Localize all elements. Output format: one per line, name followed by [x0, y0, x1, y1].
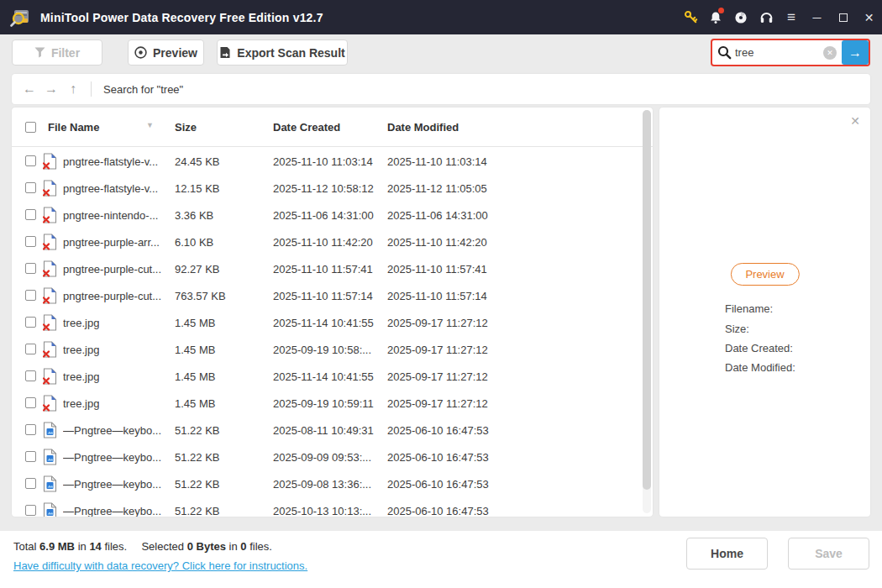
- table-row[interactable]: tree.jpg1.45 MB2025-11-14 10:41:552025-0…: [12, 309, 653, 336]
- preview-size-label: Size:: [725, 323, 749, 335]
- row-checkbox[interactable]: [25, 344, 36, 354]
- file-name: pngtree-flatstyle-v...: [63, 155, 158, 168]
- column-date-created[interactable]: Date Created: [273, 121, 340, 134]
- table-row[interactable]: pngtree-purple-cut...763.57 KB2025-11-10…: [12, 282, 653, 309]
- table-row[interactable]: pngtree-flatstyle-v...24.45 KB2025-11-10…: [12, 148, 653, 175]
- row-checkbox[interactable]: [25, 478, 36, 489]
- file-name: —Pngtree—keybo...: [63, 451, 161, 464]
- file-name: —Pngtree—keybo...: [63, 478, 161, 491]
- table-row[interactable]: —Pngtree—keybo...51.22 KB2025-09-08 13:3…: [12, 470, 653, 497]
- row-checkbox[interactable]: [25, 290, 36, 301]
- license-key-icon[interactable]: [678, 0, 703, 34]
- file-date-modified: 2025-11-06 14:31:00: [387, 209, 488, 222]
- preview-button[interactable]: Preview: [128, 39, 204, 66]
- divider: [91, 81, 92, 97]
- minimize-button[interactable]: ─: [804, 0, 830, 34]
- table-row[interactable]: —Pngtree—keybo...51.22 KB2025-08-11 10:4…: [12, 417, 653, 444]
- sort-desc-icon[interactable]: ▼: [146, 121, 154, 129]
- scrollbar-thumb[interactable]: [643, 110, 651, 490]
- support-headset-icon[interactable]: [753, 0, 779, 34]
- preview-button-label: Preview: [153, 46, 197, 60]
- navigation-bar: ← → ↑ Search for "tree": [12, 74, 870, 104]
- total-size: 6.9 MB: [39, 540, 75, 553]
- status-bar: Total 6.9 MB in 14 files. Selected 0 Byt…: [0, 531, 882, 588]
- table-row[interactable]: pngtree-flatstyle-v...12.15 KB2025-11-12…: [12, 175, 653, 202]
- notification-bell-icon[interactable]: [703, 0, 728, 34]
- file-date-modified: 2025-09-17 11:27:12: [387, 397, 488, 410]
- search-input[interactable]: [732, 46, 823, 59]
- file-date-created: 2025-11-06 14:31:00: [273, 209, 374, 222]
- window-title: MiniTool Power Data Recovery Free Editio…: [40, 11, 323, 24]
- file-name: tree.jpg: [63, 370, 99, 383]
- row-checkbox[interactable]: [25, 370, 36, 381]
- table-row[interactable]: —Pngtree—keybo...51.22 KB2025-09-09 09:5…: [12, 444, 653, 470]
- table-row[interactable]: pngtree-purple-arr...6.10 KB2025-11-10 1…: [12, 228, 653, 255]
- row-checkbox[interactable]: [25, 182, 36, 193]
- row-checkbox[interactable]: [25, 155, 36, 166]
- file-size: 763.57 KB: [175, 290, 226, 302]
- forward-icon[interactable]: →: [40, 81, 62, 97]
- preview-date-modified-label: Date Modified:: [725, 361, 795, 374]
- row-checkbox[interactable]: [25, 397, 36, 408]
- export-button-label: Export Scan Result: [237, 46, 344, 60]
- search-go-button[interactable]: →: [842, 40, 869, 65]
- file-date-created: 2025-11-14 10:41:55: [273, 370, 374, 383]
- row-checkbox[interactable]: [25, 424, 36, 435]
- filter-button[interactable]: Filter: [12, 39, 102, 66]
- row-checkbox[interactable]: [25, 451, 36, 462]
- file-date-created: 2025-08-11 10:49:31: [273, 424, 374, 437]
- deleted-file-icon: [43, 260, 57, 277]
- home-button[interactable]: Home: [686, 538, 768, 570]
- file-size: 1.45 MB: [175, 317, 215, 329]
- export-scan-result-button[interactable]: Export Scan Result: [217, 39, 348, 66]
- table-row[interactable]: tree.jpg1.45 MB2025-09-19 10:58:...2025-…: [12, 336, 653, 363]
- file-date-modified: 2025-06-10 16:47:53: [387, 505, 489, 517]
- table-row[interactable]: pngtree-nintendo-...3.36 KB2025-11-06 14…: [12, 202, 653, 228]
- row-checkbox[interactable]: [25, 236, 36, 247]
- panel-preview-button[interactable]: Preview: [730, 263, 799, 286]
- column-size[interactable]: Size: [175, 121, 197, 134]
- file-size: 51.22 KB: [175, 505, 220, 517]
- file-date-created: 2025-10-13 10:13:...: [273, 505, 371, 517]
- app-logo-icon: [10, 8, 32, 28]
- row-checkbox[interactable]: [25, 317, 36, 328]
- deleted-file-icon: [43, 395, 57, 412]
- eye-icon: [134, 46, 147, 59]
- file-date-modified: 2025-11-12 11:05:05: [387, 182, 487, 195]
- help-link[interactable]: Have difficulty with data recovery? Clic…: [13, 559, 307, 572]
- back-icon[interactable]: ←: [18, 81, 40, 97]
- menu-icon[interactable]: ≡: [779, 0, 804, 34]
- table-row[interactable]: pngtree-purple-cut...92.27 KB2025-11-10 …: [12, 255, 653, 282]
- close-button[interactable]: ✕: [856, 0, 882, 34]
- file-name: tree.jpg: [63, 317, 99, 329]
- column-file-name[interactable]: File Name: [48, 121, 99, 134]
- panel-close-icon[interactable]: ✕: [850, 114, 860, 128]
- row-checkbox[interactable]: [25, 263, 36, 274]
- filter-button-label: Filter: [51, 46, 80, 60]
- select-all-checkbox[interactable]: [25, 122, 36, 133]
- file-date-modified: 2025-09-17 11:27:12: [387, 370, 488, 383]
- file-date-created: 2025-11-10 11:57:41: [273, 263, 373, 276]
- row-checkbox[interactable]: [25, 505, 36, 516]
- file-date-created: 2025-09-09 09:53:...: [273, 451, 371, 464]
- table-body: pngtree-flatstyle-v...24.45 KB2025-11-10…: [12, 148, 653, 517]
- vertical-scrollbar[interactable]: [643, 110, 651, 513]
- maximize-button[interactable]: [830, 0, 856, 34]
- file-date-modified: 2025-06-10 16:47:53: [387, 478, 489, 491]
- row-checkbox[interactable]: [25, 209, 36, 220]
- table-row[interactable]: tree.jpg1.45 MB2025-09-19 10:59:112025-0…: [12, 390, 653, 417]
- table-row[interactable]: tree.jpg1.45 MB2025-11-14 10:41:552025-0…: [12, 363, 653, 390]
- save-button[interactable]: Save: [788, 538, 869, 570]
- column-date-modified[interactable]: Date Modified: [387, 121, 459, 134]
- titlebar-icons: ≡ ─ ✕: [678, 0, 882, 34]
- notification-dot: [718, 8, 724, 13]
- preview-date-created-label: Date Created:: [725, 342, 793, 354]
- bootable-media-disc-icon[interactable]: [728, 0, 753, 34]
- file-preview-panel: ✕ Preview Filename: Size: Date Created: …: [659, 108, 870, 517]
- file-name: pngtree-nintendo-...: [63, 209, 158, 222]
- clear-search-icon[interactable]: ✕: [823, 46, 837, 60]
- file-size: 51.22 KB: [175, 451, 220, 464]
- table-row[interactable]: —Pngtree—keybo...51.22 KB2025-10-13 10:1…: [12, 497, 653, 517]
- up-icon[interactable]: ↑: [62, 81, 84, 97]
- file-date-created: 2025-11-12 10:58:12: [273, 182, 374, 195]
